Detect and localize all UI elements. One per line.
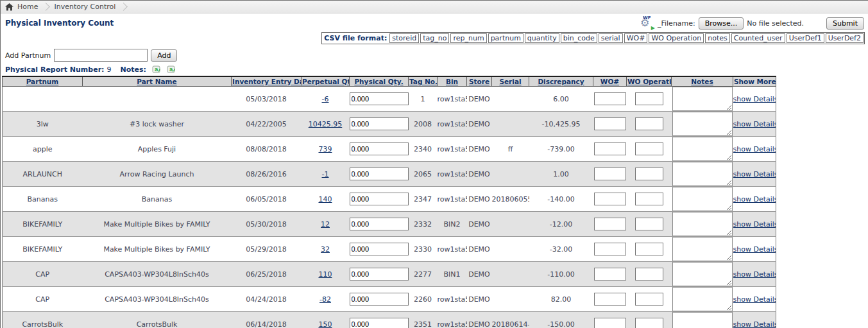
perpetual-qty-link[interactable]: -1 bbox=[322, 170, 329, 178]
wo-operation-input[interactable] bbox=[635, 318, 663, 328]
header-part-name[interactable]: Part Name bbox=[83, 76, 232, 87]
row-notes-textarea[interactable] bbox=[672, 187, 733, 211]
table-row: CAP CAPSA403-WP304L8InSch40s 04/24/2018 … bbox=[3, 287, 776, 312]
add-button[interactable]: Add bbox=[151, 49, 177, 62]
physical-qty-input[interactable] bbox=[350, 318, 409, 328]
note-export-icon[interactable]: a bbox=[152, 65, 161, 74]
cell-partnum: CarrotsBulk bbox=[3, 312, 83, 328]
row-notes-textarea[interactable] bbox=[672, 137, 733, 161]
perpetual-qty-link[interactable]: 739 bbox=[319, 145, 332, 153]
row-notes-textarea[interactable] bbox=[672, 112, 733, 136]
wo-number-input[interactable] bbox=[594, 243, 626, 255]
physical-qty-input[interactable] bbox=[350, 293, 409, 306]
note-export-icon[interactable]: a bbox=[167, 65, 176, 74]
show-details-link[interactable]: show Details bbox=[733, 320, 776, 328]
show-details-link[interactable]: show Details bbox=[733, 195, 776, 203]
header-wo-operation[interactable]: WO Operation bbox=[627, 76, 672, 87]
wo-number-input[interactable] bbox=[594, 193, 626, 205]
header-store[interactable]: Store bbox=[467, 76, 492, 87]
cell-physical-qty bbox=[350, 237, 409, 262]
perpetual-qty-link[interactable]: 150 bbox=[319, 320, 332, 328]
row-notes-textarea[interactable] bbox=[672, 287, 733, 311]
wo-number-input[interactable] bbox=[594, 218, 626, 230]
cell-entry-date: 05/29/2018 bbox=[232, 237, 302, 262]
perpetual-qty-link[interactable]: -6 bbox=[322, 95, 329, 103]
perpetual-qty-link[interactable]: 32 bbox=[321, 245, 330, 254]
wo-operation-input[interactable] bbox=[635, 142, 663, 155]
perpetual-qty-link[interactable]: -82 bbox=[319, 295, 331, 304]
browse-button[interactable]: Browse... bbox=[699, 17, 744, 30]
header-discrepancy[interactable]: Discrepancy bbox=[529, 76, 593, 87]
show-details-link[interactable]: show Details bbox=[733, 270, 776, 279]
show-details-link[interactable]: show Details bbox=[733, 120, 776, 128]
row-notes-textarea[interactable] bbox=[672, 312, 733, 328]
wo-operation-input[interactable] bbox=[635, 268, 663, 281]
wo-number-input[interactable] bbox=[594, 268, 626, 281]
perpetual-qty-link[interactable]: 110 bbox=[319, 270, 332, 279]
row-notes-textarea[interactable] bbox=[672, 212, 733, 236]
cell-wo bbox=[593, 137, 627, 162]
row-notes-textarea[interactable] bbox=[672, 162, 733, 186]
breadcrumb-home[interactable]: Home bbox=[17, 3, 38, 11]
wo-operation-input[interactable] bbox=[635, 293, 663, 306]
submit-button[interactable]: Submit bbox=[826, 17, 864, 30]
wo-number-input[interactable] bbox=[594, 318, 626, 328]
cell-entry-date: 04/22/2005 bbox=[232, 112, 302, 137]
wo-operation-input[interactable] bbox=[635, 92, 663, 105]
cell-discrepancy: -10,425.95 bbox=[529, 112, 593, 137]
header-partnum[interactable]: Partnum bbox=[3, 76, 83, 87]
physical-qty-input[interactable] bbox=[350, 193, 409, 205]
physical-qty-input[interactable] bbox=[350, 268, 409, 281]
header-bin[interactable]: Bin bbox=[438, 76, 467, 87]
wo-number-input[interactable] bbox=[594, 293, 626, 306]
row-notes-textarea[interactable] bbox=[672, 262, 733, 286]
cell-partnum bbox=[3, 87, 83, 112]
add-partnum-input[interactable] bbox=[54, 49, 148, 62]
physical-qty-input[interactable] bbox=[350, 218, 409, 230]
cell-wo-operation bbox=[627, 237, 672, 262]
perpetual-qty-link[interactable]: 10425.95 bbox=[309, 120, 343, 128]
row-notes-textarea[interactable] bbox=[672, 237, 733, 261]
row-notes-textarea[interactable] bbox=[672, 87, 733, 111]
header-serial[interactable]: Serial bbox=[492, 76, 529, 87]
breadcrumb-inventory-control[interactable]: Inventory Control bbox=[54, 3, 115, 11]
cell-bin: row1sta52 bbox=[438, 112, 467, 137]
wo-operation-input[interactable] bbox=[635, 168, 663, 180]
wo-number-input[interactable] bbox=[594, 168, 626, 180]
add-partnum-row: Add Partnum Add bbox=[1, 49, 868, 62]
wo-number-input[interactable] bbox=[594, 117, 626, 130]
header-inventory-entry-date[interactable]: Inventory Entry Date bbox=[232, 76, 302, 87]
physical-qty-input[interactable] bbox=[350, 243, 409, 255]
wo-operation-input[interactable] bbox=[635, 243, 663, 255]
show-details-link[interactable]: show Details bbox=[733, 220, 776, 229]
perpetual-qty-link[interactable]: 140 bbox=[319, 195, 332, 203]
show-details-link[interactable]: show Details bbox=[733, 95, 776, 103]
cell-discrepancy: 1.00 bbox=[529, 162, 593, 187]
cell-entry-date: 04/24/2018 bbox=[232, 287, 302, 312]
physical-qty-input[interactable] bbox=[350, 92, 409, 105]
cell-bin: row1sta52 bbox=[438, 187, 467, 212]
inventory-count-table: Partnum Part Name Inventory Entry Date P… bbox=[2, 76, 776, 328]
show-details-link[interactable]: show Details bbox=[733, 145, 776, 153]
wo-operation-input[interactable] bbox=[635, 117, 663, 130]
header-tag-no[interactable]: Tag No. bbox=[409, 76, 438, 87]
wo-number-input[interactable] bbox=[594, 92, 626, 105]
perpetual-qty-link[interactable]: 12 bbox=[321, 220, 330, 229]
cell-perpetual-qty: 10425.95 bbox=[302, 112, 350, 137]
header-wo[interactable]: WO# bbox=[593, 76, 627, 87]
header-physical-qty[interactable]: Physical Qty. bbox=[350, 76, 409, 87]
physical-qty-input[interactable] bbox=[350, 117, 409, 130]
physical-qty-input[interactable] bbox=[350, 168, 409, 180]
wo-number-input[interactable] bbox=[594, 142, 626, 155]
workflow-gear-icon: ⚙ WF ▶ bbox=[640, 17, 654, 30]
physical-qty-input[interactable] bbox=[350, 142, 409, 155]
wo-operation-input[interactable] bbox=[635, 193, 663, 205]
wo-operation-input[interactable] bbox=[635, 218, 663, 230]
show-details-link[interactable]: show Details bbox=[733, 245, 776, 254]
header-perpetual-qty[interactable]: Perpetual Qty. bbox=[302, 76, 350, 87]
cell-part-name: Make Multiple Bikes by FAMILY bbox=[83, 237, 232, 262]
show-details-link[interactable]: show Details bbox=[733, 295, 776, 304]
header-notes[interactable]: Notes bbox=[672, 76, 733, 87]
cell-store: DEMO bbox=[467, 112, 492, 137]
show-details-link[interactable]: show Details bbox=[733, 170, 776, 178]
